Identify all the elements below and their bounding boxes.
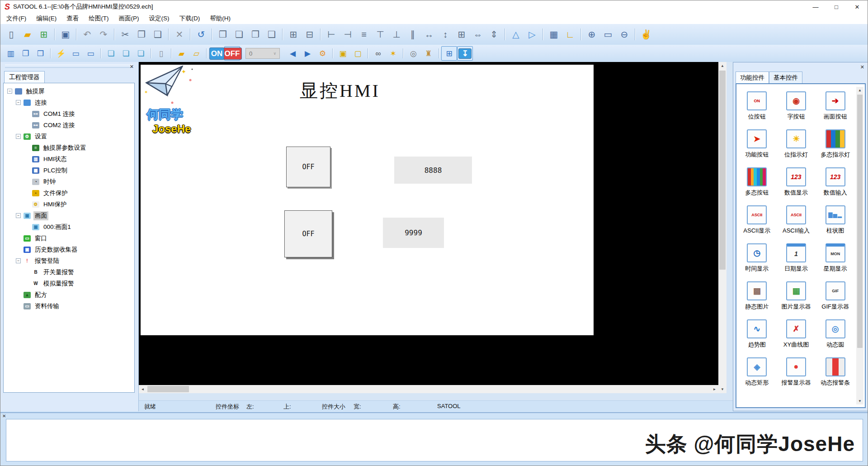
tree-item-settings[interactable]: − ⚙ 设置 [4, 131, 134, 142]
control-numeric-input[interactable]: 123 数值输入 [816, 163, 855, 201]
scroll-down-icon[interactable]: ▼ [856, 398, 863, 404]
design-viewport[interactable]: 显控HMI ✦ ✦ 何同学 JoseHe [139, 62, 718, 385]
control-word-button[interactable]: ◉ 字按钮 [777, 87, 816, 125]
next-window-icon[interactable]: ▶ [300, 47, 315, 60]
flip-vertical-icon[interactable]: △ [508, 27, 524, 42]
off-state-icon[interactable]: OFF [224, 46, 240, 61]
show-grid-icon[interactable]: ▦ [546, 27, 562, 42]
open-project-folder-icon[interactable]: ▰ [174, 47, 189, 60]
scroll-down-icon[interactable]: ▼ [718, 385, 726, 393]
menu-settings[interactable]: 设定(S) [144, 14, 175, 23]
control-dynamic-rect[interactable]: ◈ 动态矩形 [737, 353, 777, 391]
redo-icon[interactable]: ↷ [95, 27, 112, 42]
control-multi-lamp[interactable]: 多态指示灯 [816, 125, 855, 163]
align-hcenter-icon[interactable]: ∥ [405, 27, 421, 42]
control-week-display[interactable]: MON 星期显示 [816, 239, 855, 277]
save-icon[interactable]: ▣ [57, 27, 74, 42]
align-bottom-icon[interactable]: ⊥ [388, 27, 405, 42]
maximize-button[interactable]: □ [826, 0, 847, 13]
send-to-back-icon[interactable]: ❏ [231, 27, 247, 42]
tab-basic-controls[interactable]: 基本控件 [769, 71, 802, 83]
vertical-scroll-thumb[interactable] [719, 71, 726, 270]
page-properties-icon[interactable]: ▯ [154, 47, 169, 60]
tree-expander-icon[interactable]: − [7, 89, 12, 94]
control-bit-lamp[interactable]: ☀ 位指示灯 [777, 125, 816, 163]
tree-item-screens[interactable]: − ▣ 画面 [4, 210, 134, 221]
copy-screen-2-icon[interactable]: ❒ [33, 47, 48, 60]
import-screen-3-icon[interactable]: ❏ [133, 47, 148, 60]
hmi-numeric-display-1[interactable]: 8888 [394, 157, 472, 184]
same-width-icon[interactable]: ↔ [421, 27, 437, 42]
screen-prop-1-icon[interactable]: ▭ [68, 47, 83, 60]
close-button[interactable]: ✕ [847, 0, 868, 13]
hmi-screen-page[interactable]: 显控HMI ✦ ✦ 何同学 JoseHe [141, 65, 594, 335]
tree-item-hmi-status[interactable]: ▥ HMI状态 [4, 153, 134, 165]
tree-expander-icon[interactable]: − [16, 213, 21, 218]
tab-function-controls[interactable]: 功能控件 [736, 71, 769, 83]
control-function-button[interactable]: ➤ 功能按钮 [737, 125, 777, 163]
tree-item-recipe[interactable]: ▲ 配方 [4, 289, 134, 300]
tree-item-screen-000[interactable]: ▣ 000:画面1 [4, 221, 134, 233]
ungroup-icon[interactable]: ⊟ [302, 27, 318, 42]
import-screen-1-icon[interactable]: ❏ [104, 47, 118, 60]
tree-item-connection[interactable]: − 连接 [4, 97, 134, 108]
screen-prop-2-icon[interactable]: ▭ [83, 47, 98, 60]
tree-item-com2[interactable]: ⊶ COM2 连接 [4, 119, 134, 131]
copy-screen-1-icon[interactable]: ❐ [18, 47, 33, 60]
tree-item-com1[interactable]: ⊶ COM1 连接 [4, 108, 134, 119]
close-icon[interactable]: ✕ [2, 414, 6, 418]
flip-horizontal-icon[interactable]: ▷ [524, 27, 540, 42]
open-folder-icon[interactable]: ▰ [19, 27, 36, 42]
new-folder-icon[interactable]: ▱ [189, 47, 204, 60]
tree-item-analog-alarm[interactable]: W 模拟量报警 [4, 278, 134, 289]
minimize-button[interactable]: — [805, 0, 826, 13]
scroll-right-icon[interactable]: ► [711, 385, 718, 393]
align-vcenter-icon[interactable]: ≡ [356, 27, 372, 42]
lock-icon[interactable]: ▣ [335, 47, 350, 60]
control-ascii-input[interactable]: ASCII ASCII输入 [777, 201, 816, 239]
tree-item-clock[interactable]: ◔ 时钟 [4, 176, 134, 187]
zoom-in-icon[interactable]: ⊕ [584, 27, 600, 42]
control-date-display[interactable]: 1 日期显示 [777, 239, 816, 277]
copy-icon[interactable]: ❐ [133, 27, 150, 42]
download-icon[interactable]: ↧ [457, 46, 473, 61]
new-file-icon[interactable]: ▯ [3, 27, 19, 42]
scroll-up-icon[interactable]: ▲ [718, 62, 726, 70]
menu-draw[interactable]: 绘图(T) [84, 14, 113, 23]
menu-download[interactable]: 下载(D) [175, 14, 205, 23]
tree-expander-icon[interactable]: − [16, 258, 21, 263]
stamp-icon[interactable]: ♜ [421, 47, 436, 60]
tree-item-param-settings[interactable]: ≡ 触摸屏参数设置 [4, 142, 134, 153]
zoom-out-icon[interactable]: ⊖ [616, 27, 632, 42]
space-evenly-v-icon[interactable]: ⇕ [486, 27, 502, 42]
controls-scrollbar[interactable]: ▲ ▼ [856, 87, 863, 404]
control-screen-button[interactable]: ➔ 画面按钮 [816, 87, 855, 125]
hmi-page-title[interactable]: 显控HMI [141, 78, 539, 103]
refresh-icon[interactable]: ↺ [193, 27, 209, 42]
menu-edit[interactable]: 编辑(E) [31, 14, 61, 23]
canvas-vertical-scrollbar[interactable]: ▲ ▼ [718, 62, 726, 393]
tree-item-file-protect[interactable]: ▪ 文件保护 [4, 187, 134, 199]
close-icon[interactable]: ✕ [860, 64, 864, 70]
build-tools-icon[interactable]: ⚙ [315, 47, 330, 60]
screen-number-dropdown[interactable]: 0 ∨ [245, 48, 280, 59]
align-right-icon[interactable]: ⊣ [340, 27, 356, 42]
delete-icon[interactable]: ✕ [171, 27, 188, 42]
control-bit-button[interactable]: ON 位按钮 [737, 87, 777, 125]
tree-item-window[interactable]: ▭ 窗口 [4, 233, 134, 244]
import-screen-2-icon[interactable]: ❏ [118, 47, 133, 60]
find-binoculars-icon[interactable]: ∞ [371, 47, 386, 60]
pan-hand-icon[interactable]: ✌ [638, 27, 654, 42]
control-static-picture[interactable]: ▩ 静态图片 [737, 277, 777, 315]
tree-item-history-data[interactable]: ▣ 历史数据收集器 [4, 244, 134, 255]
horizontal-scroll-thumb[interactable] [147, 386, 189, 392]
tree-expander-icon[interactable]: − [16, 100, 21, 105]
group-icon[interactable]: ⊞ [285, 27, 302, 42]
screen-config-icon[interactable]: ▥ [3, 47, 18, 60]
control-ascii-display[interactable]: ASCII ASCII显示 [737, 201, 777, 239]
control-time-display[interactable]: ◷ 时间显示 [737, 239, 777, 277]
unlock-icon[interactable]: ▢ [350, 47, 365, 60]
add-page-icon[interactable]: ⊞ [36, 27, 52, 42]
cut-icon[interactable]: ✂ [117, 27, 133, 42]
bring-forward-icon[interactable]: ❐ [247, 27, 264, 42]
